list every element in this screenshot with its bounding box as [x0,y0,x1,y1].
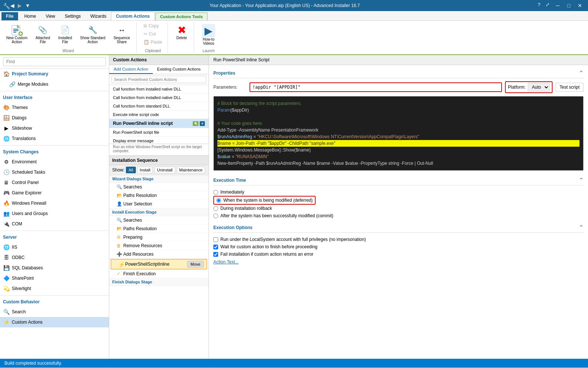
nav-menu-icon[interactable]: ▼ [25,3,31,8]
execution-options-collapse-button[interactable]: ⌃ [579,224,584,231]
seq-powershell-inline[interactable]: ⚡ PowerShellScriptInline Move [111,259,207,269]
sidebar-item-search[interactable]: 🔍 Search [0,307,109,317]
show-standard-action-button[interactable]: 🔧 Show StandardAction [77,22,109,46]
sidebar-item-odbc[interactable]: 🗄 ODBC [0,252,109,263]
radio-deferred-input[interactable] [216,198,221,203]
sidebar-item-merge-modules[interactable]: 🔗 Merge Modules [0,79,109,89]
parameters-input[interactable] [250,82,502,92]
check-fail-install-input[interactable] [213,252,218,257]
code-editor[interactable]: # Block for declaring the script paramet… [213,96,584,171]
seq-preparing[interactable]: ⚙ Preparing [109,233,209,242]
paste-button[interactable]: 📋 Paste [141,38,165,46]
cut-button[interactable]: ✂ Cut [141,30,165,38]
filter-all-button[interactable]: All [126,167,135,173]
check-wait-finish-input[interactable] [213,245,218,249]
filter-maintenance-button[interactable]: Maintenance [177,167,205,173]
sidebar-item-environment-label: Environment [12,159,37,164]
seq-searches-2[interactable]: 🔍 Searches [109,216,209,225]
seq-searches-1[interactable]: 🔍 Searches [109,183,209,191]
action-item-call-installed-2[interactable]: Call function from installed native DLL [109,93,209,102]
sidebar-header-custom-behavior[interactable]: Custom Behavior [0,297,109,307]
sidebar-item-iis[interactable]: 🌐 IIS [0,242,109,252]
action-item-run-powershell-inline[interactable]: Run PowerShell inline script ✎ + [109,119,209,128]
sidebar-item-custom-actions[interactable]: ⚡ Custom Actions [0,317,109,327]
action-item-display-error[interactable]: Display error message [109,137,209,144]
how-to-videos-button[interactable]: ▶ How-toVideos [199,22,219,47]
tab-custom-actions[interactable]: Custom Actions [111,12,155,20]
test-script-button[interactable]: Test script [556,83,584,92]
sidebar-item-windows-firewall[interactable]: 🔥 Windows Firewall [0,198,109,208]
sidebar-item-slideshow[interactable]: ▶ Slideshow [0,123,109,133]
sidebar-item-control-panel[interactable]: 🖥 Control Panel [0,177,109,188]
tab-existing-custom-actions[interactable]: Existing Custom Actions [153,65,205,74]
window-controls[interactable]: ? ⤢ ─ □ ✕ [536,2,585,9]
sidebar-item-scheduled-tasks[interactable]: 🕒 Scheduled Tasks [0,167,109,177]
radio-rollback-input[interactable] [213,206,218,211]
action-item-call-installed-1[interactable]: Call function from installed native DLL [109,85,209,93]
sequence-share-button[interactable]: ↔ SequenceShare [110,22,133,46]
tab-home[interactable]: Home [20,12,41,20]
tab-custom-actions-tools[interactable]: Custom Actions Tools [155,13,208,20]
sidebar-item-com[interactable]: 🔌 COM [0,219,109,229]
attached-file-button[interactable]: 📎 AttachedFile [32,22,53,46]
seq-finish-execution[interactable]: ✓ Finish Execution [109,270,209,278]
tab-add-custom-action[interactable]: Add Custom Action [109,65,153,74]
powershell-edit-icon[interactable]: ✎ [193,121,199,126]
close-button[interactable]: ✕ [575,2,585,9]
tab-view[interactable]: View [41,12,60,20]
action-text-link[interactable]: Action Text... [213,258,238,266]
sidebar-item-sharepoint[interactable]: 🔷 SharePoint [0,273,109,283]
maximize-button[interactable]: □ [564,2,574,9]
tab-settings[interactable]: Settings [60,12,85,20]
expand-icon[interactable]: ⤢ [543,2,552,9]
installed-file-button[interactable]: 📄 InstalledFile [55,22,75,46]
sidebar-item-dialogs[interactable]: 🪟 Dialogs [0,113,109,123]
platform-select[interactable]: Auto x86 x64 [528,83,550,92]
sidebar-item-themes[interactable]: 🎨 Themes [0,102,109,113]
seq-add-resources[interactable]: ➕ Add Resources [109,250,209,259]
nav-forward-icon[interactable]: ▶ [18,3,24,8]
window-title: Your Application - Your Application.aip … [34,3,536,8]
sidebar-item-environment[interactable]: ⚙ Environment [0,157,109,167]
search-predefined-input[interactable] [111,76,206,83]
tab-file[interactable]: File [1,12,18,20]
delete-button[interactable]: ✖ Delete [172,22,191,42]
action-item-run-powershell-file[interactable]: Run PowerShell script file [109,128,209,137]
sidebar-item-users-and-groups[interactable]: 👥 Users and Groups [0,208,109,219]
sidebar-header-server[interactable]: Server [0,232,109,242]
sidebar-item-game-explorer[interactable]: 🎮 Game Explorer [0,188,109,198]
minimize-button[interactable]: ─ [553,2,563,9]
nav-back-icon[interactable]: ◀ [10,3,16,8]
sidebar-item-project-summary[interactable]: 🏠 Project Summary [0,69,109,79]
execution-time-collapse-button[interactable]: ⌃ [579,177,584,184]
seq-paths-1[interactable]: 📂 Paths Resolution [109,191,209,200]
seq-paths-2[interactable]: 📂 Paths Resolution [109,225,209,233]
copy-button[interactable]: ⧉ Copy [141,22,165,30]
properties-collapse-button[interactable]: ⌃ [579,69,584,76]
sidebar-item-translations[interactable]: 🌐 Translations [0,133,109,144]
filter-uninstall-button[interactable]: Uninstall [154,167,175,173]
sidebar-header-system-changes[interactable]: System Changes [0,147,109,157]
seq-remove-resources[interactable]: 🗑 Remove Resources [109,242,209,250]
radio-immediately-input[interactable] [213,190,218,195]
powershell-add-icon[interactable]: + [200,121,205,126]
new-custom-action-button[interactable]: New CustomAction [3,22,31,46]
com-icon: 🔌 [3,221,10,227]
radio-commit-input[interactable] [213,214,218,218]
action-item-call-standard[interactable]: Call function from standard DLL [109,102,209,110]
sidebar-header-user-interface[interactable]: User Interface [0,93,109,102]
title-bar: 🔧 ◀ ▶ ▼ Your Application - Your Applicat… [0,0,588,11]
installed-file-label: InstalledFile [58,36,72,44]
sidebar-item-sql-databases[interactable]: 💾 SQL Databases [0,263,109,273]
seq-user-selection[interactable]: 👤 User Selection [109,200,209,208]
help-icon[interactable]: ? [536,2,543,9]
launch-group-label: Launch [203,47,215,53]
tab-wizards[interactable]: Wizards [86,12,111,20]
check-local-system-input[interactable] [213,237,218,242]
sidebar-search-input[interactable] [3,57,106,66]
filter-install-button[interactable]: Install [137,167,153,173]
sidebar-item-com-label: COM [12,221,22,226]
seq-move-button[interactable]: Move [187,261,204,268]
action-item-execute-inline[interactable]: Execute inline script code [109,110,209,119]
sidebar-item-silverlight[interactable]: 💫 Silverlight [0,283,109,294]
